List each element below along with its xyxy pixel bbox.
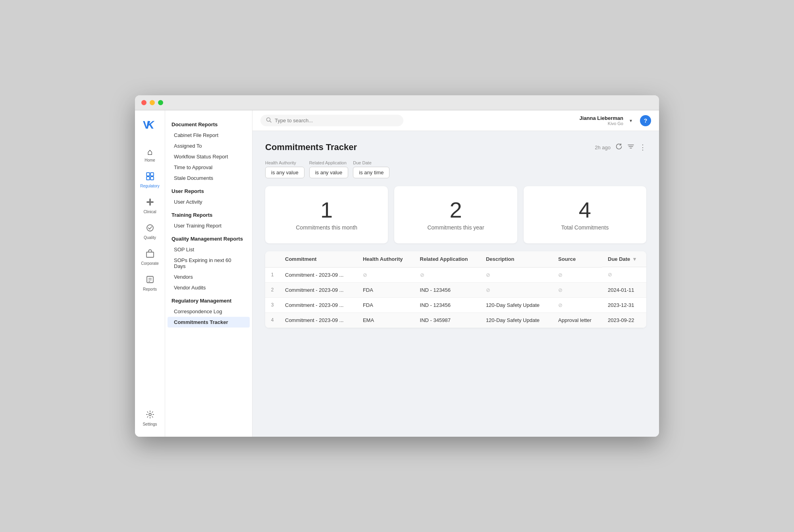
close-button[interactable] <box>141 100 146 105</box>
sidebar-item-vendors[interactable]: Vendors <box>168 272 250 282</box>
sidebar-item-time-to-approval[interactable]: Time to Approval <box>168 162 250 173</box>
table-row[interactable]: 3 Commitment - 2023-09 ... FDA IND - 123… <box>265 297 646 312</box>
nav-quality-label: Quality <box>144 235 156 240</box>
sidebar-item-reports[interactable]: Reports <box>137 271 163 295</box>
svg-point-14 <box>149 413 151 416</box>
filter-related-application-btn[interactable]: is any value <box>309 167 349 178</box>
sidebar-item-sops-expiring[interactable]: SOPs Expiring in next 60 Days <box>168 255 250 272</box>
cell-num: 2 <box>265 282 279 297</box>
cell-description: ⊘ <box>480 267 553 282</box>
cell-health-authority: EMA <box>357 312 414 328</box>
maximize-button[interactable] <box>158 100 163 105</box>
minimize-button[interactable] <box>150 100 155 105</box>
nav-home-label: Home <box>145 158 155 162</box>
search-input[interactable] <box>275 118 398 123</box>
icon-nav: V K ⌂ Home Regulatory <box>135 110 165 437</box>
sidebar-item-user-training-report[interactable]: User Training Report <box>168 220 250 231</box>
svg-text:K: K <box>145 118 155 131</box>
search-icon <box>266 117 272 124</box>
cell-description: 120-Day Safety Update <box>480 297 553 312</box>
filter-due-date-btn[interactable]: is any time <box>353 167 389 178</box>
table-card: Commitment Health Authority Related Appl… <box>265 251 646 328</box>
null-value: ⊘ <box>558 272 563 278</box>
search-area[interactable] <box>260 115 403 126</box>
table-row[interactable]: 1 Commitment - 2023-09 ... ⊘ ⊘ ⊘ ⊘ ⊘ <box>265 267 646 282</box>
sidebar-item-commitments-tracker[interactable]: Commitments Tracker <box>168 317 250 328</box>
table-row[interactable]: 4 Commitment - 2023-09 ... EMA IND - 345… <box>265 312 646 328</box>
sidebar-item-corporate[interactable]: Corporate <box>137 245 163 270</box>
cell-num: 4 <box>265 312 279 328</box>
user-name: Jianna Lieberman <box>579 115 623 121</box>
user-menu-chevron[interactable]: ▾ <box>630 118 632 123</box>
traffic-lights <box>141 100 163 105</box>
filter-health-authority: Health Authority is any value <box>265 160 304 178</box>
section-training-reports: Training Reports <box>165 207 252 220</box>
sidebar-item-cabinet-file-report[interactable]: Cabinet File Report <box>168 130 250 141</box>
cell-health-authority: FDA <box>357 282 414 297</box>
nav-reports-label: Reports <box>143 287 157 291</box>
cell-source: Approval letter <box>553 312 602 328</box>
stat-card-this-month: 1 Commitments this month <box>265 186 388 243</box>
content-area: Commitments Tracker 2h ago <box>252 131 659 437</box>
cell-source: ⊘ <box>553 267 602 282</box>
stat-label-this-year: Commitments this year <box>427 224 484 231</box>
cell-related-application: IND - 345987 <box>414 312 480 328</box>
section-user-reports: User Reports <box>165 183 252 197</box>
sidebar-item-correspondence-log[interactable]: Correspondence Log <box>168 306 250 317</box>
cell-health-authority: FDA <box>357 297 414 312</box>
user-role: Kivo Go <box>608 121 623 126</box>
svg-rect-2 <box>146 173 150 176</box>
refresh-icon[interactable] <box>615 143 622 152</box>
col-commitment[interactable]: Commitment <box>279 251 357 267</box>
nav-clinical-label: Clinical <box>143 210 156 214</box>
null-value: ⊘ <box>420 272 424 278</box>
sidebar-item-home[interactable]: ⌂ Home <box>137 144 163 166</box>
filter-related-application-label: Related Application <box>309 160 349 165</box>
filter-icon[interactable] <box>627 143 634 152</box>
col-related-application[interactable]: Related Application <box>414 251 480 267</box>
cell-due-date: ⊘ <box>602 267 646 282</box>
nav-corporate-label: Corporate <box>141 261 158 266</box>
clinical-icon <box>146 198 154 208</box>
sidebar-item-user-activity[interactable]: User Activity <box>168 197 250 207</box>
help-button[interactable]: ? <box>640 115 651 126</box>
nav-settings-label: Settings <box>143 422 157 426</box>
corporate-icon <box>146 249 154 260</box>
sidebar-item-stale-documents[interactable]: Stale Documents <box>168 173 250 183</box>
sidebar-item-assigned-to[interactable]: Assigned To <box>168 141 250 151</box>
svg-rect-5 <box>150 177 154 180</box>
null-value: ⊘ <box>486 272 490 278</box>
svg-rect-7 <box>146 201 154 203</box>
cell-description: ⊘ <box>480 282 553 297</box>
sidebar-item-workflow-status-report[interactable]: Workflow Status Report <box>168 151 250 162</box>
table-header-row: Commitment Health Authority Related Appl… <box>265 251 646 267</box>
filter-health-authority-btn[interactable]: is any value <box>265 167 304 178</box>
cell-commitment: Commitment - 2023-09 ... <box>279 297 357 312</box>
col-health-authority[interactable]: Health Authority <box>357 251 414 267</box>
sidebar-item-project-status[interactable] <box>168 328 250 332</box>
sidebar-item-sop-list[interactable]: SOP List <box>168 244 250 255</box>
sidebar-item-vendor-audits[interactable]: Vendor Audits <box>168 282 250 293</box>
cell-num: 1 <box>265 267 279 282</box>
regulatory-icon <box>146 172 154 182</box>
sidebar-item-clinical[interactable]: Clinical <box>137 194 163 218</box>
stats-row: 1 Commitments this month 2 Commitments t… <box>265 186 646 243</box>
sidebar-item-settings[interactable]: Settings <box>137 406 163 430</box>
section-regulatory-management: Regulatory Management <box>165 293 252 306</box>
col-due-date[interactable]: Due Date ▾ <box>602 251 646 267</box>
more-options-icon[interactable]: ⋮ <box>639 143 646 152</box>
cell-related-application: ⊘ <box>414 267 480 282</box>
sidebar-item-quality[interactable]: Quality <box>137 220 163 244</box>
filter-due-date-label: Due Date <box>353 160 389 165</box>
topbar: Jianna Lieberman Kivo Go ▾ ? <box>252 110 659 131</box>
sidebar-item-regulatory[interactable]: Regulatory <box>137 168 163 192</box>
table-row[interactable]: 2 Commitment - 2023-09 ... FDA IND - 123… <box>265 282 646 297</box>
page-header: Commitments Tracker 2h ago <box>265 142 646 152</box>
col-source[interactable]: Source <box>553 251 602 267</box>
svg-rect-9 <box>146 252 154 257</box>
timestamp: 2h ago <box>595 145 611 150</box>
quality-icon <box>146 224 154 234</box>
cell-commitment: Commitment - 2023-09 ... <box>279 312 357 328</box>
cell-commitment: Commitment - 2023-09 ... <box>279 267 357 282</box>
col-description[interactable]: Description <box>480 251 553 267</box>
